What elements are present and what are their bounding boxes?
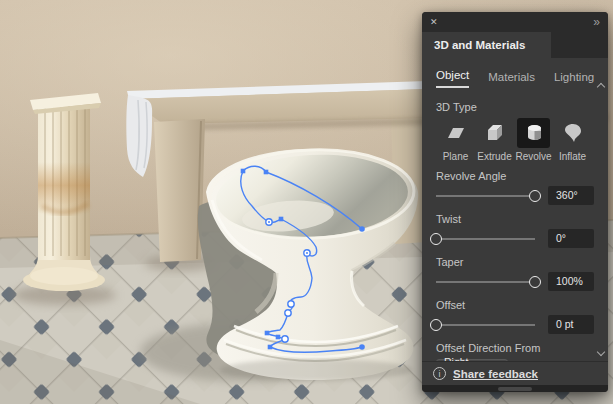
offset-direction-label: Offset Direction From [436, 342, 594, 354]
type-option-inflate[interactable]: Inflate [553, 118, 592, 162]
panel-tab-title[interactable]: 3D and Materials [422, 32, 551, 58]
object-tabs-row: Object Materials Lighting [436, 58, 594, 88]
tab-object[interactable]: Object [436, 69, 469, 88]
twist-control: Twist 0° [436, 213, 594, 248]
extrude-icon [484, 122, 506, 144]
inflate-icon [562, 122, 584, 144]
taper-control: Taper 100% [436, 256, 594, 291]
collapse-panel-icon[interactable]: » [593, 12, 600, 32]
twist-slider[interactable] [436, 232, 535, 246]
type-option-plane[interactable]: Plane [436, 118, 475, 162]
scrollbar-thumb[interactable] [498, 387, 532, 391]
twist-value[interactable]: 0° [548, 229, 594, 248]
panel-titlebar: ✕ » [422, 12, 608, 32]
slider-handle[interactable] [529, 276, 541, 288]
offset-slider[interactable] [436, 318, 535, 332]
application-viewport: ✕ » 3D and Materials Object Materials Li… [0, 0, 613, 404]
revolve-angle-value[interactable]: 360° [548, 186, 594, 205]
taper-value[interactable]: 100% [548, 272, 594, 291]
slider-handle[interactable] [529, 190, 541, 202]
revolve-angle-label: Revolve Angle [436, 170, 594, 182]
revolve-angle-slider[interactable] [436, 189, 535, 203]
info-icon: i [433, 367, 446, 380]
type-option-label: Inflate [559, 151, 586, 162]
type-option-extrude[interactable]: Extrude [475, 118, 514, 162]
taper-label: Taper [436, 256, 594, 268]
3d-type-options: Plane Extrude Revolve [436, 118, 594, 162]
share-feedback-link[interactable]: Share feedback [453, 368, 538, 380]
revolve-angle-control: Revolve Angle 360° [436, 170, 594, 205]
taper-slider[interactable] [436, 275, 535, 289]
slider-handle[interactable] [430, 233, 442, 245]
horizontal-scrollbar [422, 385, 608, 392]
offset-value[interactable]: 0 pt [548, 315, 594, 334]
offset-direction-dropdown[interactable]: Right Edge [436, 359, 508, 361]
offset-direction-control: Offset Direction From Right Edge [436, 342, 594, 361]
3d-materials-panel: ✕ » 3D and Materials Object Materials Li… [422, 12, 608, 392]
twist-label: Twist [436, 213, 594, 225]
scroll-up-icon[interactable] [597, 83, 605, 91]
panel-content: Object Materials Lighting 3D Type Plane [422, 58, 608, 361]
offset-direction-value: Right Edge [444, 356, 494, 361]
close-icon[interactable]: ✕ [430, 12, 438, 32]
offset-label: Offset [436, 299, 594, 311]
tab-lighting[interactable]: Lighting [554, 71, 594, 88]
type-option-label: Extrude [477, 151, 511, 162]
tab-materials[interactable]: Materials [488, 71, 535, 88]
type-option-label: Revolve [515, 151, 551, 162]
3d-type-label: 3D Type [436, 101, 594, 113]
type-option-label: Plane [443, 151, 469, 162]
revolve-icon [523, 122, 545, 144]
slider-handle[interactable] [430, 319, 442, 331]
type-option-revolve[interactable]: Revolve [514, 118, 553, 162]
offset-control: Offset 0 pt [436, 299, 594, 334]
scroll-down-icon[interactable] [597, 348, 605, 356]
panel-tab-strip: 3D and Materials [422, 32, 608, 58]
panel-footer: i Share feedback [422, 361, 608, 385]
plane-icon [445, 122, 467, 144]
